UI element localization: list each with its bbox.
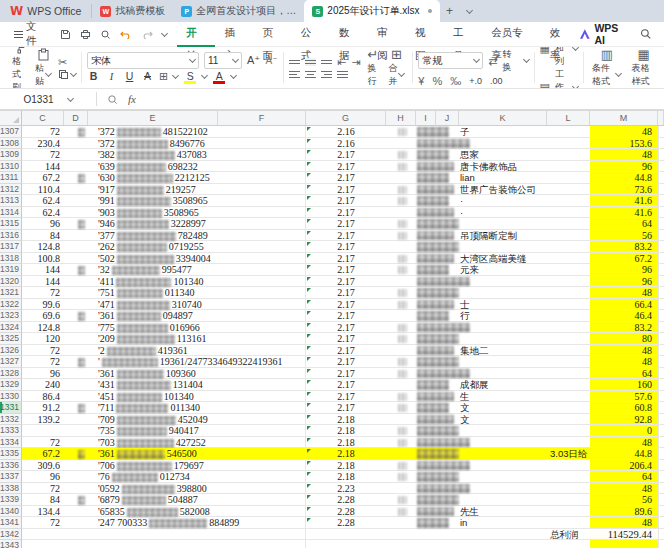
- cell-h[interactable]: [386, 161, 416, 173]
- row-header[interactable]: 1322: [0, 299, 22, 311]
- cell-k[interactable]: 唐卡佛教饰品: [459, 161, 547, 173]
- cell-m[interactable]: 64: [590, 368, 658, 380]
- cell-d[interactable]: [64, 333, 88, 345]
- cut-icon[interactable]: ✂: [58, 55, 76, 69]
- cell-d[interactable]: [64, 276, 88, 288]
- cell-d[interactable]: [64, 230, 88, 242]
- percent-button[interactable]: %: [432, 74, 442, 88]
- row-header[interactable]: 1320: [0, 276, 22, 288]
- cell-ij[interactable]: [416, 172, 459, 184]
- cell-g[interactable]: 2.18: [306, 414, 386, 426]
- document-tab[interactable]: W找稿费模板: [92, 0, 173, 22]
- cell-ij[interactable]: [416, 264, 459, 276]
- table-style-button[interactable]: ▦ 表格样式: [628, 48, 659, 88]
- merge-cells-button[interactable]: ⊞ 合并: [385, 48, 407, 88]
- cell-d[interactable]: [64, 161, 88, 173]
- file-menu[interactable]: 文件: [6, 20, 54, 48]
- row-header[interactable]: 1312: [0, 184, 22, 196]
- cell-n-sliver[interactable]: [658, 161, 664, 173]
- cell-n-sliver[interactable]: [658, 345, 664, 357]
- cell-e[interactable]: '6879504887: [88, 494, 306, 506]
- cell-n-sliver[interactable]: [658, 414, 664, 426]
- cell-k[interactable]: lian: [459, 172, 547, 184]
- cell-k[interactable]: [459, 218, 547, 230]
- cell-m[interactable]: 48: [590, 345, 658, 357]
- cell-g[interactable]: 2.17: [306, 161, 386, 173]
- cell-n-sliver[interactable]: [658, 276, 664, 288]
- cell-l[interactable]: [547, 172, 590, 184]
- increase-indent-icon[interactable]: ⇥: [351, 55, 360, 69]
- cell-n-sliver[interactable]: [658, 333, 664, 345]
- row-header[interactable]: 1310: [0, 161, 22, 173]
- thousands-button[interactable]: ‰: [450, 74, 461, 88]
- cell-d[interactable]: [64, 356, 88, 368]
- menu-tab-7[interactable]: 工具: [444, 21, 482, 45]
- cell-g[interactable]: 2.18: [306, 448, 386, 460]
- menu-tab-9[interactable]: 效率: [541, 21, 579, 45]
- cell-k[interactable]: [459, 494, 547, 506]
- cell-ij[interactable]: [416, 230, 459, 242]
- cell-e[interactable]: '65835582008: [88, 506, 306, 518]
- cell-d[interactable]: [64, 460, 88, 472]
- cell-c[interactable]: 134.4: [22, 506, 64, 518]
- cell-g[interactable]: 2.28: [306, 506, 386, 518]
- cell-e[interactable]: '209113161: [88, 333, 306, 345]
- cell-ij[interactable]: [416, 333, 459, 345]
- cell-h[interactable]: [386, 448, 416, 460]
- cell-l[interactable]: [547, 126, 590, 138]
- cell-d[interactable]: [64, 218, 88, 230]
- cell-k[interactable]: [459, 287, 547, 299]
- cell-c[interactable]: 72: [22, 356, 64, 368]
- cell-m[interactable]: 92.8: [590, 414, 658, 426]
- borders-button[interactable]: ⊞: [159, 69, 168, 83]
- cell-e[interactable]: '411101340: [88, 276, 306, 288]
- cell-m[interactable]: 48: [590, 287, 658, 299]
- cell-m[interactable]: 89.6: [590, 506, 658, 518]
- row-header[interactable]: 1329: [0, 379, 22, 391]
- cell-m[interactable]: 48: [590, 126, 658, 138]
- cell-k[interactable]: [459, 276, 547, 288]
- cell-k[interactable]: 文: [459, 402, 547, 414]
- cell-l[interactable]: [547, 437, 590, 449]
- underline-button[interactable]: U: [123, 70, 136, 82]
- cell-e[interactable]: '431131404: [88, 379, 306, 391]
- cell-n-sliver[interactable]: [658, 379, 664, 391]
- cell-k[interactable]: 先生: [459, 506, 547, 518]
- cell-n-sliver[interactable]: [658, 310, 664, 322]
- cell-h[interactable]: [386, 437, 416, 449]
- cell-l[interactable]: [547, 425, 590, 437]
- cell-d[interactable]: [64, 540, 88, 548]
- currency-button[interactable]: ¥: [418, 74, 424, 88]
- cell-e[interactable]: '0592398800: [88, 483, 306, 495]
- cell-l[interactable]: [547, 310, 590, 322]
- cell-h[interactable]: [386, 172, 416, 184]
- cell-l[interactable]: [547, 184, 590, 196]
- row-header[interactable]: 1331: [0, 402, 22, 414]
- row-header[interactable]: 1321: [0, 287, 22, 299]
- cell-m[interactable]: 80: [590, 333, 658, 345]
- total-label-cell[interactable]: 总利润: [547, 529, 590, 541]
- menu-tab-6[interactable]: 视图: [406, 21, 444, 45]
- remove-decimal-button[interactable]: .00: [490, 76, 503, 86]
- cell-n-sliver[interactable]: [658, 322, 664, 334]
- cell-ij[interactable]: [416, 126, 459, 138]
- cell-d[interactable]: [64, 241, 88, 253]
- cell-ij[interactable]: [416, 345, 459, 357]
- cell-c[interactable]: 144: [22, 161, 64, 173]
- cell-g[interactable]: 2.17: [306, 287, 386, 299]
- cell-e[interactable]: '76012734: [88, 471, 306, 483]
- wps-home-tab[interactable]: W WPS Office: [0, 0, 91, 22]
- redo-icon[interactable]: [141, 29, 153, 40]
- cell-d[interactable]: [64, 287, 88, 299]
- cell-k[interactable]: [459, 368, 547, 380]
- cell-l[interactable]: [547, 460, 590, 472]
- cell-n-sliver[interactable]: [658, 218, 664, 230]
- cell-c[interactable]: 67.2: [22, 172, 64, 184]
- cell-d[interactable]: [64, 414, 88, 426]
- cell-l[interactable]: [547, 494, 590, 506]
- cell-k[interactable]: [459, 425, 547, 437]
- preview-icon[interactable]: [100, 29, 111, 40]
- cell-k[interactable]: 士: [459, 299, 547, 311]
- cell-m[interactable]: 0: [590, 425, 658, 437]
- cell-h[interactable]: [386, 368, 416, 380]
